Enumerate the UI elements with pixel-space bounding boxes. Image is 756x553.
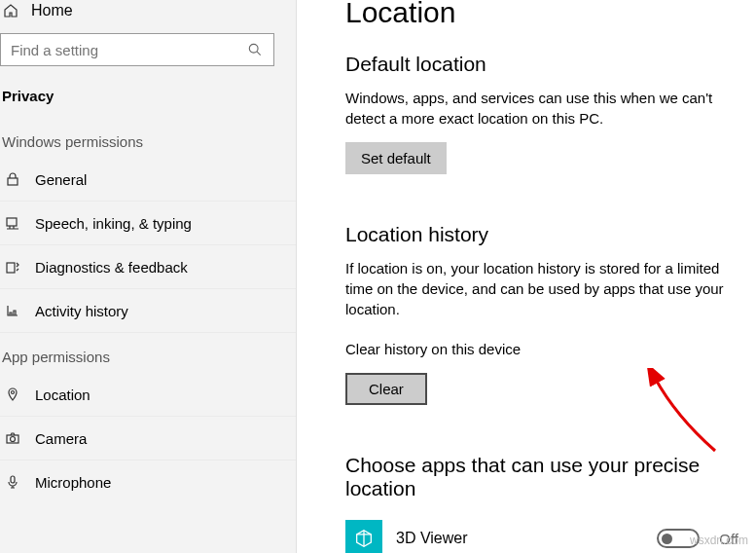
sidebar-item-label: General <box>35 171 87 188</box>
sidebar-item-speech[interactable]: Speech, inking, & typing <box>0 202 296 245</box>
sidebar-item-location[interactable]: Location <box>0 373 296 417</box>
sidebar-item-label: Location <box>35 387 90 403</box>
watermark: wsxdn.com <box>690 534 748 547</box>
location-history-heading: Location history <box>345 223 738 246</box>
sidebar-home-label: Home <box>31 2 73 19</box>
clear-history-label: Clear history on this device <box>345 339 738 359</box>
sidebar: Home Privacy Windows permissions General… <box>0 0 297 553</box>
speech-icon <box>4 214 21 232</box>
sidebar-item-label: Microphone <box>35 474 111 491</box>
svg-point-0 <box>249 44 258 53</box>
location-history-desc: If location is on, your location history… <box>345 258 738 319</box>
search-field[interactable] <box>11 42 246 58</box>
group-windows-permissions: Windows permissions <box>0 118 296 158</box>
svg-point-4 <box>12 391 15 394</box>
app-icon-3dviewer <box>345 520 382 553</box>
clear-button[interactable]: Clear <box>345 373 427 405</box>
svg-rect-2 <box>7 218 17 226</box>
sidebar-item-activity[interactable]: Activity history <box>0 289 296 333</box>
home-icon <box>2 2 19 19</box>
sidebar-item-general[interactable]: General <box>0 158 296 202</box>
sidebar-item-diagnostics[interactable]: Diagnostics & feedback <box>0 245 296 289</box>
app-row-3dviewer: 3D Viewer Off <box>345 512 738 553</box>
app-name: 3D Viewer <box>396 530 468 547</box>
sidebar-item-camera[interactable]: Camera <box>0 417 296 461</box>
sidebar-item-label: Diagnostics & feedback <box>35 259 188 276</box>
sidebar-item-label: Activity history <box>35 303 128 319</box>
sidebar-item-home[interactable]: Home <box>0 0 296 29</box>
search-input[interactable] <box>0 33 274 66</box>
page-title: Location <box>345 0 738 29</box>
sidebar-title: Privacy <box>0 82 296 118</box>
set-default-button[interactable]: Set default <box>345 142 447 174</box>
svg-rect-7 <box>11 476 15 483</box>
svg-rect-1 <box>8 178 18 185</box>
svg-point-6 <box>11 437 16 442</box>
default-location-heading: Default location <box>345 53 738 76</box>
choose-apps-heading: Choose apps that can use your precise lo… <box>345 454 738 500</box>
microphone-icon <box>4 473 21 491</box>
camera-icon <box>4 429 21 447</box>
group-app-permissions: App permissions <box>0 333 296 373</box>
location-icon <box>4 386 21 403</box>
search-icon <box>246 41 264 58</box>
sidebar-item-microphone[interactable]: Microphone <box>0 461 296 503</box>
lock-icon <box>4 170 21 188</box>
activity-icon <box>4 302 21 319</box>
content: Location Default location Windows, apps,… <box>297 0 756 553</box>
sidebar-item-label: Camera <box>35 430 87 447</box>
diagnostics-icon <box>4 258 21 276</box>
sidebar-item-label: Speech, inking, & typing <box>35 215 192 232</box>
svg-rect-3 <box>7 263 15 273</box>
default-location-desc: Windows, apps, and services can use this… <box>345 88 738 129</box>
